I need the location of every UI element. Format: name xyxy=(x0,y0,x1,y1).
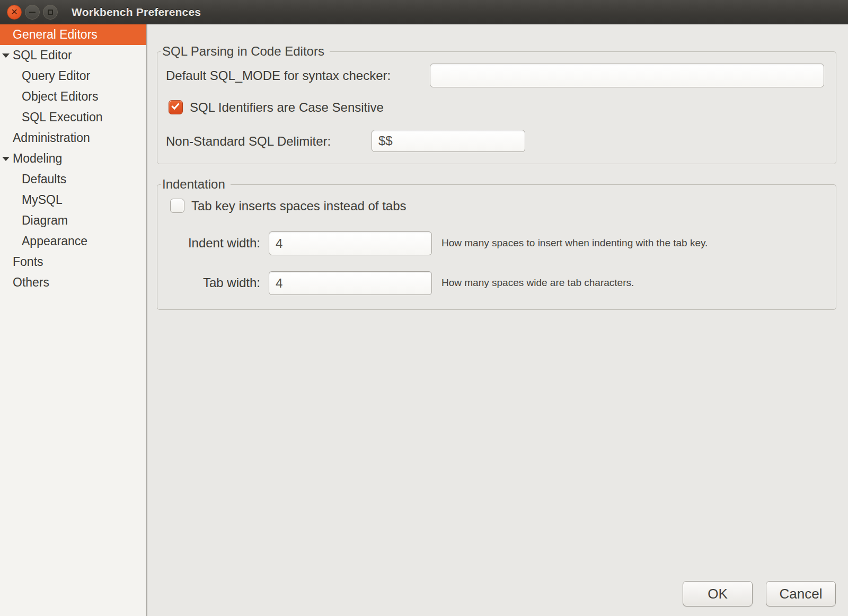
maximize-icon xyxy=(48,10,53,15)
indent-width-input[interactable] xyxy=(269,231,432,255)
sidebar-item-sql-execution[interactable]: SQL Execution xyxy=(0,107,146,128)
sidebar-item-others[interactable]: Others xyxy=(0,272,146,293)
case-sensitive-checkbox[interactable] xyxy=(169,100,183,114)
group-indentation-title: Indentation xyxy=(161,177,231,192)
title-bar[interactable]: ✕ Workbench Preferences xyxy=(0,0,848,24)
sidebar-item-sql-editor[interactable]: SQL Editor xyxy=(0,45,146,66)
sidebar-item-label: Administration xyxy=(13,131,90,145)
sidebar-item-appearance[interactable]: Appearance xyxy=(0,231,146,252)
sidebar-item-defaults[interactable]: Defaults xyxy=(0,169,146,190)
ok-button[interactable]: OK xyxy=(683,581,753,606)
sidebar-item-label: Defaults xyxy=(22,172,66,186)
window-title: Workbench Preferences xyxy=(72,0,201,24)
sidebar-item-administration[interactable]: Administration xyxy=(0,128,146,148)
sidebar-item-label: Query Editor xyxy=(22,69,90,83)
minimize-button[interactable] xyxy=(25,5,40,20)
preferences-window: ✕ Workbench Preferences General Editors … xyxy=(0,0,848,616)
sql-mode-input[interactable] xyxy=(430,64,824,87)
indent-width-label: Indent width: xyxy=(166,236,260,251)
tab-width-help: How many spaces wide are tab characters. xyxy=(441,277,634,289)
group-indentation: Indentation Tab key inserts spaces inste… xyxy=(157,184,836,310)
minimize-icon xyxy=(29,12,36,13)
expander-triangle-icon[interactable] xyxy=(2,157,10,161)
sidebar-item-query-editor[interactable]: Query Editor xyxy=(0,66,146,86)
sql-mode-label: Default SQL_MODE for syntax checker: xyxy=(166,68,391,83)
tab-width-input[interactable] xyxy=(269,271,432,295)
sidebar-item-label: MySQL xyxy=(22,193,63,207)
tab-spaces-label: Tab key inserts spaces instead of tabs xyxy=(191,199,407,213)
sidebar-item-object-editors[interactable]: Object Editors xyxy=(0,86,146,107)
sidebar-item-fonts[interactable]: Fonts xyxy=(0,252,146,272)
group-sql-parsing-title: SQL Parsing in Code Editors xyxy=(161,44,330,59)
tab-spaces-checkbox[interactable] xyxy=(170,199,184,213)
expander-triangle-icon[interactable] xyxy=(2,53,10,58)
sidebar-item-label: SQL Editor xyxy=(13,48,72,63)
sidebar-item-modeling[interactable]: Modeling xyxy=(0,148,146,169)
sidebar-item-mysql[interactable]: MySQL xyxy=(0,190,146,210)
sidebar-item-label: Modeling xyxy=(13,151,62,166)
indent-width-help: How many spaces to insert when indenting… xyxy=(441,237,708,249)
sidebar-item-label: Others xyxy=(13,275,49,290)
group-sql-parsing: SQL Parsing in Code Editors Default SQL_… xyxy=(157,51,836,164)
sidebar-item-label: Diagram xyxy=(22,213,68,228)
case-sensitive-label: SQL Identifiers are Case Sensitive xyxy=(190,100,384,115)
sidebar-item-label: Object Editors xyxy=(22,90,98,104)
sidebar-item-diagram[interactable]: Diagram xyxy=(0,210,146,231)
sidebar-item-label: Fonts xyxy=(13,255,43,269)
preferences-sidebar: General Editors SQL Editor Query Editor … xyxy=(0,24,146,616)
sidebar-item-label: General Editors xyxy=(13,28,98,42)
close-button[interactable]: ✕ xyxy=(7,5,22,20)
preferences-content: SQL Parsing in Code Editors Default SQL_… xyxy=(147,24,848,616)
close-icon: ✕ xyxy=(11,8,17,16)
cancel-button[interactable]: Cancel xyxy=(766,581,836,606)
checkmark-icon xyxy=(171,101,179,110)
tab-width-label: Tab width: xyxy=(166,275,260,290)
delimiter-input[interactable] xyxy=(372,130,525,152)
sidebar-item-label: SQL Execution xyxy=(22,110,103,124)
maximize-button[interactable] xyxy=(43,5,58,20)
delimiter-label: Non-Standard SQL Delimiter: xyxy=(166,134,331,149)
sidebar-item-general-editors[interactable]: General Editors xyxy=(0,24,146,45)
sidebar-item-label: Appearance xyxy=(22,234,87,248)
